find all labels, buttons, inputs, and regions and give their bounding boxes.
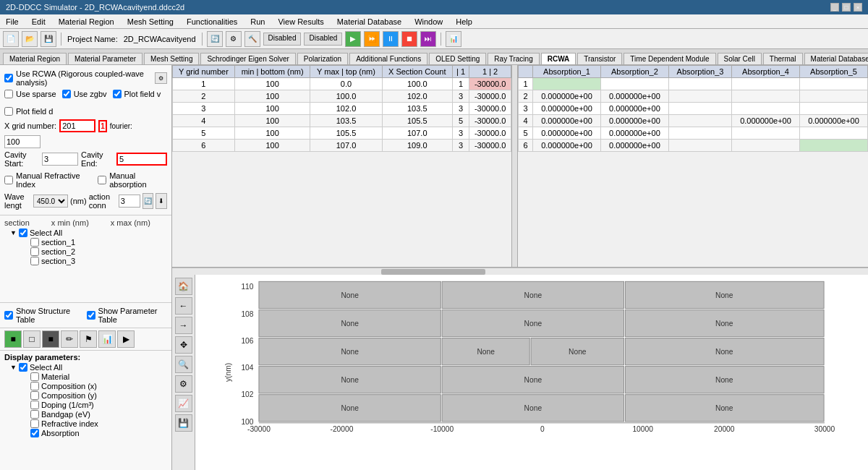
tab-transistor[interactable]: Transistor bbox=[577, 53, 622, 64]
window-controls[interactable]: _ □ × bbox=[830, 3, 862, 12]
minimize-button[interactable]: _ bbox=[830, 3, 839, 12]
plot-field-v-checkbox[interactable] bbox=[113, 90, 122, 98]
x-grid-label: X grid number: bbox=[4, 121, 56, 130]
use-sparse-checkbox[interactable] bbox=[4, 90, 13, 98]
wavelength-select[interactable]: 450.0 bbox=[33, 195, 68, 208]
menu-material-region[interactable]: Material Region bbox=[56, 17, 117, 27]
disabled-button-1[interactable]: Disabled bbox=[263, 33, 302, 46]
tab-polarization[interactable]: Polarization bbox=[297, 53, 348, 64]
tab-time-dependent[interactable]: Time Dependent Module bbox=[624, 53, 715, 64]
x-grid-input[interactable] bbox=[59, 119, 95, 132]
edit-icon-btn[interactable]: ✏ bbox=[61, 330, 78, 348]
display-expand[interactable]: ▼ bbox=[10, 364, 17, 371]
green-icon-btn[interactable]: ■ bbox=[4, 330, 22, 348]
zoom-icon-btn[interactable]: 🔍 bbox=[175, 356, 192, 373]
tab-oled[interactable]: OLED Setting bbox=[429, 53, 486, 64]
disabled-button-2[interactable]: Disabled bbox=[304, 33, 342, 46]
tab-additional[interactable]: Additional Functions bbox=[349, 53, 427, 64]
tab-material-region[interactable]: Material Region bbox=[3, 53, 67, 64]
menu-material-database[interactable]: Material Database bbox=[334, 17, 404, 27]
cavity-start-input[interactable] bbox=[42, 153, 78, 166]
chart-icon-btn[interactable]: 📊 bbox=[98, 330, 116, 348]
white-icon-btn[interactable]: □ bbox=[23, 330, 41, 348]
menu-run[interactable]: Run bbox=[247, 17, 268, 27]
menu-view-results[interactable]: View Results bbox=[275, 17, 326, 27]
tab-rcwa[interactable]: RCWA bbox=[541, 53, 576, 64]
download-button[interactable]: ⬇ bbox=[156, 193, 167, 209]
cavity-end-input[interactable] bbox=[116, 153, 167, 166]
tab-material-database[interactable]: Material Database bbox=[804, 53, 868, 64]
open-button[interactable]: 📂 bbox=[22, 31, 38, 47]
tab-ray-tracing[interactable]: Ray Tracing bbox=[488, 53, 539, 64]
param-comp-x-checkbox[interactable] bbox=[30, 382, 39, 390]
chart-button[interactable]: 📊 bbox=[446, 31, 461, 47]
back-icon-btn[interactable]: ← bbox=[175, 297, 192, 315]
refresh-wave-button[interactable]: 🔄 bbox=[142, 193, 154, 209]
param-material-checkbox[interactable] bbox=[30, 372, 39, 381]
select-all-label: Select All bbox=[30, 228, 62, 237]
data-icon-btn[interactable]: 📈 bbox=[175, 395, 192, 412]
play-button[interactable]: ▶ bbox=[345, 31, 361, 47]
menu-edit[interactable]: Edit bbox=[29, 17, 48, 27]
tree-expand[interactable]: ▼ bbox=[10, 229, 17, 236]
use-rcwa-checkbox[interactable] bbox=[4, 74, 13, 82]
tab-mesh-setting[interactable]: Mesh Setting bbox=[144, 53, 199, 64]
abs-row: 4 0.000000e+00 0.000000e+00 0.000000e+00… bbox=[519, 115, 868, 127]
tab-material-parameter[interactable]: Material Parameter bbox=[68, 53, 142, 64]
param-comp-y-checkbox[interactable] bbox=[30, 391, 39, 400]
display-select-all-checkbox[interactable] bbox=[19, 363, 27, 372]
manual-refractive-checkbox[interactable] bbox=[4, 176, 13, 184]
tab-schrodinger[interactable]: Schrodinger Eigen Solver bbox=[200, 53, 295, 64]
settings-button[interactable]: ⚙ bbox=[226, 31, 242, 47]
param-doping-checkbox[interactable] bbox=[30, 401, 39, 409]
play-icon-btn[interactable]: ▶ bbox=[117, 330, 135, 348]
manual-absorption-checkbox[interactable] bbox=[98, 176, 106, 184]
build-button[interactable]: 🔨 bbox=[244, 31, 260, 47]
table-hscroll[interactable] bbox=[172, 268, 868, 275]
abs-row: 1 bbox=[519, 78, 868, 90]
refresh-button[interactable]: 🔄 bbox=[207, 31, 223, 47]
close-button[interactable]: × bbox=[854, 3, 862, 12]
flag-icon-btn[interactable]: ⚑ bbox=[80, 330, 97, 348]
fourier-input[interactable] bbox=[4, 135, 41, 148]
step-button[interactable]: ⏩ bbox=[364, 31, 380, 47]
show-parameter-checkbox[interactable] bbox=[87, 311, 95, 320]
menu-functionalities[interactable]: Functionalities bbox=[184, 17, 240, 27]
save-button[interactable]: 💾 bbox=[41, 31, 56, 47]
home-icon-btn[interactable]: 🏠 bbox=[175, 278, 192, 295]
param-refractive-checkbox[interactable] bbox=[30, 419, 39, 428]
menu-mesh-setting[interactable]: Mesh Setting bbox=[124, 17, 176, 27]
run-all-button[interactable]: ⏭ bbox=[420, 31, 436, 47]
section-2-checkbox[interactable] bbox=[30, 247, 39, 256]
section-1-checkbox[interactable] bbox=[30, 238, 39, 247]
rcwa-toggle-btn[interactable]: ⚙ bbox=[155, 72, 167, 84]
param-bandgap-checkbox[interactable] bbox=[30, 410, 39, 419]
dark-icon-btn[interactable]: ■ bbox=[42, 330, 59, 348]
save-icon-btn[interactable]: 💾 bbox=[175, 414, 192, 432]
settings-icon-btn[interactable]: ⚙ bbox=[175, 375, 192, 393]
abs-row: 5 0.000000e+00 0.000000e+00 bbox=[519, 127, 868, 140]
show-structure-checkbox[interactable] bbox=[4, 311, 13, 320]
menu-file[interactable]: File bbox=[3, 17, 22, 27]
tab-thermal[interactable]: Thermal bbox=[763, 53, 803, 64]
table-row: 1 100 0.0 100.0 1 -30000.0 bbox=[173, 78, 511, 90]
menu-window[interactable]: Window bbox=[412, 17, 446, 27]
section-3-checkbox[interactable] bbox=[30, 257, 39, 265]
scroll-thumb[interactable] bbox=[381, 269, 485, 275]
param-absorption-checkbox[interactable] bbox=[30, 429, 39, 437]
use-zgbv-checkbox[interactable] bbox=[62, 90, 71, 98]
use-rcwa-row: Use RCWA (Rigorous coupled-wave analysis… bbox=[4, 69, 167, 87]
select-all-checkbox[interactable] bbox=[19, 228, 27, 237]
new-button[interactable]: 📄 bbox=[3, 31, 19, 47]
stop-button[interactable]: ⏹ bbox=[401, 31, 417, 47]
menu-help[interactable]: Help bbox=[453, 17, 475, 27]
plot-field-d-checkbox[interactable] bbox=[4, 107, 13, 116]
cell: 100 bbox=[234, 90, 310, 103]
pan-icon-btn[interactable]: ✥ bbox=[175, 336, 192, 354]
param-bandgap: Bandgap (eV) bbox=[4, 410, 167, 419]
forward-icon-btn[interactable]: → bbox=[175, 317, 192, 334]
action-conn-input[interactable] bbox=[119, 195, 140, 208]
maximize-button[interactable]: □ bbox=[842, 3, 851, 12]
pause-button[interactable]: ⏸ bbox=[383, 31, 399, 47]
tab-solar-cell[interactable]: Solar Cell bbox=[718, 53, 762, 64]
